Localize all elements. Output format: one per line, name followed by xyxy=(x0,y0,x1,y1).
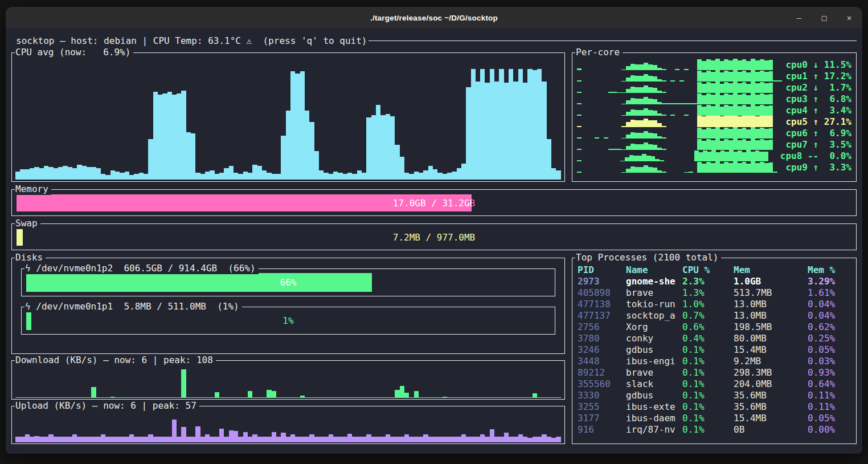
chart-bar xyxy=(773,172,777,173)
chart-bar xyxy=(333,172,338,180)
download-chart xyxy=(15,369,561,398)
chart-bar xyxy=(751,70,755,82)
disk-item-label: /dev/nvme0n1p1 5.8MB / 511.0MB (1%) xyxy=(31,301,239,312)
chart-bar xyxy=(153,397,158,398)
chart-bar xyxy=(63,166,67,180)
chart-bar xyxy=(158,397,162,398)
chart-bar xyxy=(400,437,404,442)
chart-bar xyxy=(715,70,720,82)
chart-bar xyxy=(25,434,30,442)
upload-panel: Upload (KB/s) — now: 6 | peak: 57 xyxy=(11,406,565,444)
chart-bar xyxy=(724,152,729,161)
chart-bar xyxy=(72,397,77,398)
chart-bar xyxy=(39,168,44,180)
chart-bar xyxy=(742,128,747,139)
process-cell-pid: 3780 xyxy=(578,333,626,344)
process-cell-name: ibus-exte xyxy=(626,401,682,412)
chart-bar xyxy=(644,165,648,173)
chart-bar xyxy=(205,434,210,442)
chart-bar xyxy=(644,143,648,150)
chart-bar xyxy=(286,397,290,398)
chart-bar xyxy=(105,175,110,180)
chart-bar xyxy=(234,431,238,442)
chart-bar xyxy=(653,65,657,70)
chart-bar xyxy=(518,434,523,442)
chart-bar xyxy=(728,83,733,93)
chart-bar xyxy=(281,433,285,442)
chart-bar xyxy=(728,116,733,127)
chart-bar xyxy=(129,434,134,442)
chart-bar xyxy=(697,105,702,116)
chart-bar xyxy=(476,82,480,180)
chart-bar xyxy=(234,173,238,180)
process-row: 477137socktop_a0.7%13.0MB0.04% xyxy=(578,310,854,321)
chart-bar xyxy=(648,144,653,150)
chart-bar xyxy=(110,170,115,180)
chart-bar xyxy=(471,437,476,442)
chart-bar xyxy=(314,397,319,398)
chart-bar xyxy=(638,156,642,161)
chart-bar xyxy=(437,397,442,398)
process-cell-mem: 15.4MB xyxy=(734,344,808,355)
chart-bar xyxy=(630,109,635,116)
chart-bar xyxy=(635,64,640,70)
chart-bar xyxy=(414,437,419,442)
chart-bar xyxy=(428,437,433,442)
chart-bar xyxy=(728,129,733,139)
chart-bar xyxy=(476,397,480,398)
chart-bar xyxy=(764,116,769,127)
chart-bar xyxy=(764,140,769,150)
chart-bar xyxy=(697,116,702,127)
process-row: 3448ibus-engi0.1%9.2MB0.03% xyxy=(578,355,854,367)
chart-bar xyxy=(527,438,532,442)
chart-bar xyxy=(760,71,764,82)
close-icon[interactable]: ✕ xyxy=(844,13,854,22)
download-panel: Download (KB/s) — now: 6 | peak: 108 xyxy=(11,360,565,400)
chart-bar xyxy=(689,172,693,173)
process-cell-cpu: 0.1% xyxy=(682,401,734,412)
chart-bar xyxy=(746,61,751,70)
top-processes-title: Top Processes (2100 total) xyxy=(575,252,721,263)
chart-bar xyxy=(746,141,751,150)
minimize-icon[interactable]: – xyxy=(794,13,804,22)
process-cell-mem: 513.7MB xyxy=(734,287,808,298)
chart-bar xyxy=(720,116,724,127)
process-cell-pid: 2973 xyxy=(578,276,626,287)
chart-bar xyxy=(177,397,181,398)
core-row-cpu7: cpu7 ↑ 3.5% xyxy=(577,139,851,150)
swap-panel-title: Swap xyxy=(15,218,40,229)
chart-bar xyxy=(186,397,191,398)
process-cell-mem_pct: 0.00% xyxy=(808,424,854,435)
core-sparkline xyxy=(577,82,782,93)
chart-bar xyxy=(702,129,706,139)
chart-bar xyxy=(706,105,711,116)
chart-bar xyxy=(376,437,380,442)
chart-bar xyxy=(252,434,257,442)
process-row: 3255ibus-exte0.1%35.6MB0.11% xyxy=(578,401,854,412)
chart-bar xyxy=(513,437,518,442)
maximize-icon[interactable]: □ xyxy=(819,13,829,22)
chart-bar xyxy=(162,437,167,442)
chart-bar xyxy=(751,152,755,161)
chart-bar xyxy=(215,437,219,442)
chart-bar xyxy=(724,71,728,82)
chart-bar xyxy=(72,168,77,180)
chart-bar xyxy=(419,173,423,180)
chart-bar xyxy=(72,434,77,442)
chart-bar xyxy=(319,397,324,398)
chart-bar xyxy=(724,82,728,93)
chart-bar xyxy=(716,152,720,161)
chart-bar xyxy=(25,397,30,398)
process-cell-name: ibus-daem xyxy=(626,413,682,424)
chart-bar xyxy=(91,167,96,180)
chart-bar xyxy=(44,166,48,180)
chart-bar xyxy=(58,397,63,398)
chart-bar xyxy=(205,172,210,180)
titlebar[interactable]: ./target/release/soc ~/D/G/socktop – □ ✕ xyxy=(6,7,862,29)
chart-bar xyxy=(504,83,509,180)
chart-bar xyxy=(711,95,715,104)
chart-bar xyxy=(352,174,357,180)
chart-bar xyxy=(648,110,653,116)
chart-bar xyxy=(376,397,380,398)
chart-bar xyxy=(760,105,764,116)
